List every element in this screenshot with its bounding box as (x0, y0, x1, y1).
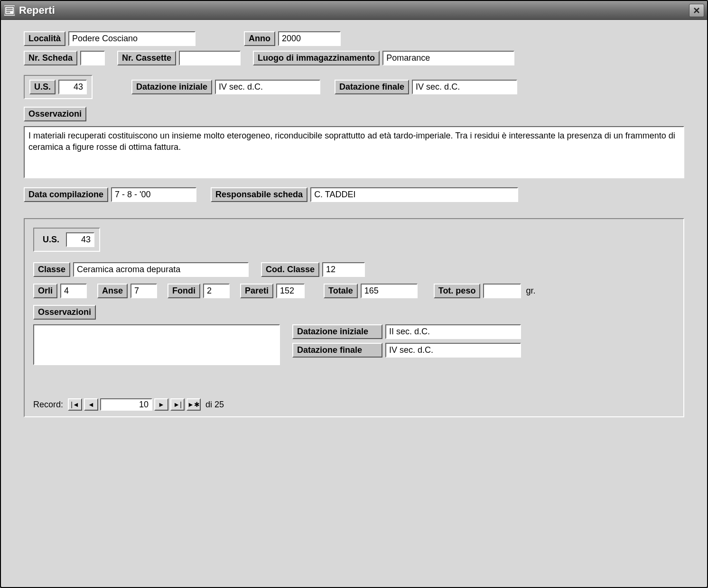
subform-input-dat-iniz[interactable] (385, 324, 521, 339)
nav-prev-button[interactable]: ◄ (84, 398, 98, 411)
svg-rect-3 (6, 11, 10, 13)
input-classe[interactable] (73, 262, 249, 277)
nav-new-button[interactable]: ►✱ (186, 398, 201, 411)
first-icon: |◄ (71, 401, 79, 408)
input-us[interactable] (58, 80, 87, 94)
label-totale: Totale (324, 284, 358, 298)
input-nr-scheda[interactable] (80, 51, 105, 65)
nav-last-button[interactable]: ►| (170, 398, 185, 411)
label-datazione-finale: Datazione finale (335, 80, 409, 94)
record-label: Record: (33, 400, 63, 410)
subform-label-dat-iniz: Datazione iniziale (292, 324, 382, 339)
prev-icon: ◄ (88, 401, 94, 408)
label-localita: Località (24, 31, 65, 46)
label-nr-cassette: Nr. Cassette (117, 51, 176, 65)
subform-input-us[interactable] (66, 232, 94, 247)
label-cod-classe: Cod. Classe (261, 262, 319, 277)
record-navigator: Record: |◄ ◄ ► ►| ►✱ di 25 (33, 398, 675, 411)
input-datazione-finale[interactable] (412, 80, 517, 94)
label-datazione-iniziale: Datazione iniziale (131, 80, 212, 94)
window-reperti: Reperti Località Anno Nr. Scheda Nr. Cas… (0, 0, 708, 588)
us-group: U.S. (24, 75, 93, 99)
label-us: U.S. (29, 80, 56, 94)
input-totale[interactable] (361, 284, 418, 298)
subform-textarea-osservazioni[interactable] (33, 324, 280, 365)
titlebar: Reperti (1, 1, 707, 20)
input-nr-cassette[interactable] (179, 51, 241, 65)
nav-first-button[interactable]: |◄ (68, 398, 82, 411)
input-luogo[interactable] (382, 51, 514, 65)
input-cod-classe[interactable] (322, 262, 365, 277)
input-anno[interactable] (278, 31, 341, 46)
last-icon: ►| (173, 401, 182, 408)
input-fondi[interactable] (203, 284, 230, 298)
window-title: Reperti (19, 4, 689, 17)
textarea-osservazioni[interactable] (24, 126, 684, 178)
svg-rect-2 (6, 9, 13, 11)
subform-label-dat-fin: Datazione finale (292, 343, 382, 358)
subform-dettaglio: U.S. Classe Cod. Classe Orli Anse Fondi (24, 218, 684, 417)
new-record-icon: ►✱ (187, 401, 200, 408)
next-icon: ► (158, 401, 165, 408)
label-nr-scheda: Nr. Scheda (24, 51, 77, 65)
input-pareti[interactable] (276, 284, 305, 298)
input-responsabile[interactable] (310, 187, 518, 202)
label-classe: Classe (33, 262, 70, 277)
record-of-text: di 25 (205, 400, 224, 410)
label-pareti: Pareti (240, 284, 273, 298)
form-icon (4, 5, 15, 16)
label-osservazioni: Osservazioni (24, 107, 86, 121)
close-button[interactable] (689, 4, 704, 17)
subform-us-group: U.S. (33, 228, 100, 252)
label-anno: Anno (244, 31, 275, 46)
suffix-gr: gr. (524, 285, 537, 297)
label-anse: Anse (97, 284, 128, 298)
input-anse[interactable] (130, 284, 157, 298)
label-luogo: Luogo di immagazzinamento (253, 51, 380, 65)
label-orli: Orli (33, 284, 57, 298)
label-responsabile: Responsabile scheda (211, 187, 307, 202)
nav-next-button[interactable]: ► (154, 398, 168, 411)
subform-label-us: U.S. (39, 233, 63, 246)
label-tot-peso: Tot. peso (434, 284, 481, 298)
subform-label-osservazioni: Osservazioni (33, 305, 96, 320)
close-icon (693, 7, 700, 14)
input-data-compilazione[interactable] (111, 187, 196, 202)
label-data-compilazione: Data compilazione (24, 187, 108, 202)
form-body: Località Anno Nr. Scheda Nr. Cassette Lu… (1, 20, 707, 587)
subform-input-dat-fin[interactable] (385, 343, 521, 358)
svg-rect-1 (6, 8, 13, 9)
input-datazione-iniziale[interactable] (215, 80, 320, 94)
input-orli[interactable] (60, 284, 87, 298)
nav-current-field[interactable] (100, 398, 152, 411)
input-localita[interactable] (68, 31, 196, 46)
input-tot-peso[interactable] (483, 284, 521, 298)
label-fondi: Fondi (168, 284, 200, 298)
